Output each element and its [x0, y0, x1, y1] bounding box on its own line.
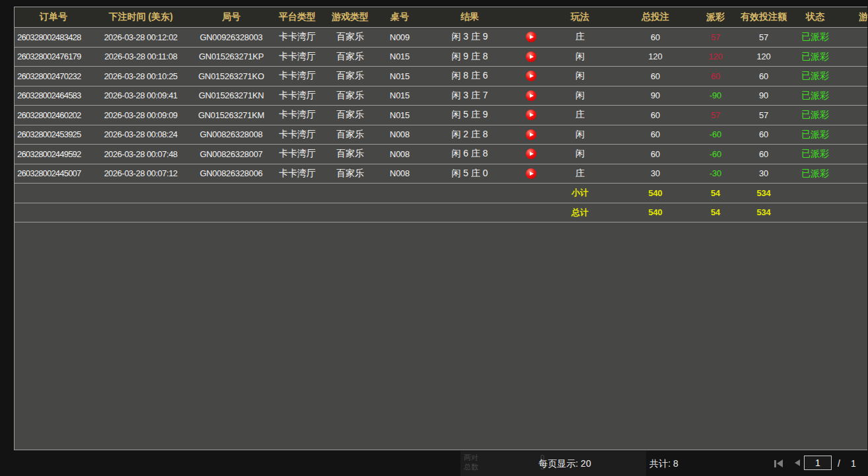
replay-play-icon[interactable] — [526, 32, 536, 42]
column-header-table_no: 桌号 — [379, 7, 420, 27]
cell-order_no: 260328002460202 — [15, 106, 92, 125]
table-empty-area — [15, 222, 867, 450]
column-header-platform: 平台类型 — [273, 7, 321, 27]
column-header-play_method: 玩法 — [543, 7, 617, 27]
betting-records-screen: 订单号下注时间 (美东)局号平台类型游戏类型桌号结果玩法总投注派彩有效投注额状态… — [0, 0, 868, 476]
cell-round_no: GN00926328003 — [189, 28, 273, 47]
replay-play-icon[interactable] — [526, 110, 536, 120]
cell-status: 已派彩 — [790, 164, 840, 184]
cell-order_no: 260328002464583 — [15, 86, 92, 106]
subtotal-row-bet_time — [92, 184, 189, 203]
cell-bet_time: 2026-03-28 00:10:25 — [92, 67, 189, 86]
first-page-icon[interactable] — [774, 459, 783, 467]
cell-round_no: GN00826328006 — [189, 164, 273, 184]
cell-bet_time: 2026-03-28 00:12:02 — [92, 28, 189, 47]
cell-play_method: 闲 — [543, 67, 617, 86]
subtotal-row-valid_bet: 534 — [737, 184, 790, 203]
cell-order_no: 260328002449592 — [15, 145, 92, 164]
table-row: 2603280024602022026-03-28 00:09:09GN0152… — [15, 106, 867, 125]
column-header-valid_bet: 有效投注额 — [737, 7, 790, 27]
cell-play_method: 闲 — [543, 86, 617, 106]
cell-play_method: 闲 — [543, 48, 617, 67]
table-row: 2603280024761792026-03-28 00:11:08GN0152… — [15, 48, 867, 67]
cell-order_no: 260328002445007 — [15, 164, 92, 184]
per-page-label: 每页显示: 20 — [515, 451, 614, 476]
cell-platform: 卡卡湾厅 — [273, 164, 321, 184]
cell-payout: -60 — [694, 125, 737, 145]
subtotal-row-game_type — [321, 184, 379, 203]
table-row: 2603280024702322026-03-28 00:10:25GN0152… — [15, 67, 867, 86]
subtotal-row: 小计54054534 — [15, 184, 867, 203]
subtotal-row-round_no — [189, 184, 273, 203]
table-row: 2603280024539252026-03-28 00:08:24GN0082… — [15, 125, 867, 145]
page-separator: / — [835, 451, 843, 476]
column-header-total_bet: 总投注 — [617, 7, 694, 27]
grand-total-row: 总计54054534 — [15, 203, 867, 223]
cell-total_bet: 90 — [617, 86, 694, 106]
cell-replay — [519, 164, 543, 184]
grand-total-row-platform — [273, 203, 321, 222]
cell-game — [840, 48, 867, 67]
cell-payout: 120 — [694, 48, 737, 67]
cell-platform: 卡卡湾厅 — [273, 106, 321, 125]
replay-play-icon[interactable] — [526, 129, 536, 140]
column-header-status: 状态 — [790, 7, 840, 27]
subtotal-row-platform — [273, 184, 321, 203]
cell-replay — [519, 145, 543, 164]
cell-payout: 60 — [694, 67, 737, 86]
column-header-game_type: 游戏类型 — [321, 7, 379, 27]
cell-total_bet: 60 — [617, 125, 694, 145]
cell-table_no: N015 — [379, 106, 420, 125]
cell-valid_bet: 30 — [737, 164, 790, 184]
column-header-result: 结果 — [420, 7, 519, 27]
cell-status: 已派彩 — [790, 86, 840, 106]
play-triangle-glyph — [530, 55, 534, 59]
cell-platform: 卡卡湾厅 — [273, 67, 321, 86]
cell-bet_time: 2026-03-28 00:07:12 — [92, 164, 189, 184]
cell-payout: -60 — [694, 145, 737, 164]
cell-replay — [519, 125, 543, 145]
cell-game_type: 百家乐 — [321, 125, 379, 145]
grand-total-row-bet_time — [92, 203, 189, 222]
cell-total_bet: 60 — [617, 145, 694, 164]
subtotal-row-replay — [519, 184, 543, 203]
cell-platform: 卡卡湾厅 — [273, 145, 321, 164]
cell-order_no: 260328002453925 — [15, 125, 92, 145]
table-row: 2603280024495922026-03-28 00:07:48GN0082… — [15, 145, 867, 164]
cell-status: 已派彩 — [790, 106, 840, 125]
table-row: 2603280024645832026-03-28 00:09:41GN0152… — [15, 86, 867, 106]
cell-round_no: GN00826328008 — [189, 125, 273, 145]
subtotal-row-game — [840, 184, 867, 203]
cell-status: 已派彩 — [790, 67, 840, 86]
replay-play-icon[interactable] — [526, 51, 536, 62]
cell-bet_time: 2026-03-28 00:08:24 — [92, 125, 189, 145]
cell-game_type: 百家乐 — [321, 164, 379, 184]
cell-result: 闲 6 庄 8 — [420, 145, 519, 164]
cell-total_bet: 120 — [617, 48, 694, 67]
cell-valid_bet: 57 — [737, 106, 790, 125]
cell-total_bet: 60 — [617, 28, 694, 47]
cell-game — [840, 125, 867, 145]
play-triangle-glyph — [530, 74, 534, 78]
previous-page-icon[interactable] — [795, 459, 800, 466]
replay-play-icon[interactable] — [526, 168, 536, 179]
pagination-bar: 两对0 总数3 每页显示: 20 共计: 8 / 1 — [0, 451, 868, 476]
replay-play-icon[interactable] — [526, 149, 536, 159]
cell-bet_time: 2026-03-28 00:07:48 — [92, 145, 189, 164]
play-triangle-glyph — [530, 94, 534, 98]
cell-valid_bet: 60 — [737, 125, 790, 145]
grand-total-row-total_bet: 540 — [617, 203, 694, 222]
grand-total-row-table_no — [379, 203, 420, 222]
play-triangle-glyph — [530, 152, 534, 156]
cell-table_no: N015 — [379, 48, 420, 67]
cell-order_no: 260328002476179 — [15, 48, 92, 67]
replay-play-icon[interactable] — [526, 90, 536, 101]
replay-play-icon[interactable] — [526, 71, 536, 81]
cell-status: 已派彩 — [790, 145, 840, 164]
subtotal-row-payout: 54 — [694, 184, 737, 203]
page-number-input[interactable] — [804, 456, 832, 470]
column-header-game: 游戏 — [840, 7, 867, 27]
cell-round_no: GN015263271KN — [189, 86, 273, 106]
cell-game_type: 百家乐 — [321, 67, 379, 86]
grand-total-row-payout: 54 — [694, 203, 737, 222]
